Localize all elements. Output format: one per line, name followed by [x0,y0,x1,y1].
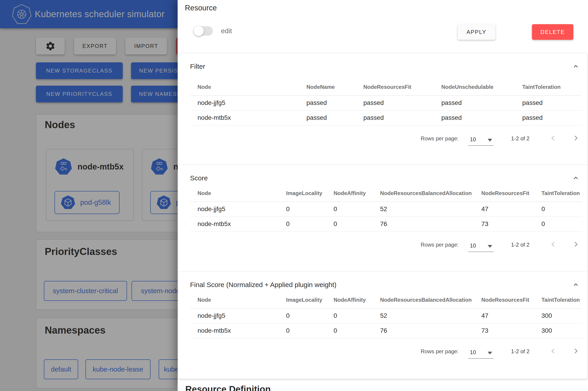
table-cell: 0 [534,216,582,231]
table-cell: 0 [326,323,373,338]
column-header: TaintToleration [534,292,582,308]
rows-per-page-select[interactable]: 10 [468,242,494,252]
collapse-section-button[interactable] [572,174,580,183]
table-cell: passed [434,110,515,125]
section-title: Score [190,174,208,182]
table-cell: 73 [474,216,534,231]
column-header: NodeName [299,79,356,95]
previous-page-button[interactable] [549,134,558,143]
delete-button[interactable]: DELETE [532,24,573,40]
pagination-range: 1-2 of 2 [511,348,529,355]
chevron-right-icon [572,240,580,249]
table-cell: 76 [373,323,474,338]
table-cell: 0 [279,323,326,338]
column-header: Node [190,292,279,308]
previous-page-button[interactable] [549,347,558,356]
table-row: node-jjfg5passedpassedpassedpassed [190,95,582,110]
table-cell: 0 [279,308,326,323]
edit-toggle-thumb [193,26,204,36]
table-cell: 73 [474,323,534,338]
section-title: Final Score (Normalized + Applied plugin… [190,281,336,289]
caret-down-icon [488,352,492,354]
rows-per-page-label: Rows per page: [421,135,459,142]
chevron-up-icon [572,174,580,182]
column-header: Node [190,79,299,95]
chevron-up-icon [572,63,580,70]
column-header: NodeUnschedulable [434,79,515,95]
next-page-button[interactable] [572,347,580,356]
table-cell: 47 [474,308,534,323]
section-filter: Filter NodeNodeNameNodeResourcesFitNodeU… [178,53,587,165]
table-cell: passed [299,95,356,110]
plugin-results-card: Filter NodeNodeNameNodeResourcesFitNodeU… [178,53,588,379]
resource-definition-title: Resource Definition [185,384,271,391]
section-final-score: Final Score (Normalized + Applied plugin… [178,271,587,379]
column-header: NodeResourcesFit [474,292,534,308]
table-cell: node-mtb5x [190,216,279,231]
table-cell: 47 [474,201,534,216]
table-row: node-mtb5xpassedpassedpassedpassed [190,110,582,125]
table-cell: passed [356,110,434,125]
table-cell: 300 [534,323,582,338]
table-cell: passed [515,110,582,125]
caret-down-icon [488,139,492,141]
resource-drawer: Resource edit APPLY DELETE Filter NodeNo… [178,0,588,391]
rows-per-page-value: 10 [470,243,476,249]
rows-per-page-label: Rows per page: [421,242,459,248]
column-header: ImageLocality [279,292,326,308]
table-cell: 0 [326,201,373,216]
chevron-left-icon [549,240,558,249]
chevron-up-icon [572,281,580,289]
collapse-section-button[interactable] [572,281,580,289]
drawer-title: Resource [185,4,217,12]
table-cell: node-jjfg5 [190,95,299,110]
collapse-section-button[interactable] [572,63,580,71]
table-cell: node-jjfg5 [190,308,279,323]
table-cell: 0 [279,216,326,231]
rows-per-page-select[interactable]: 10 [468,136,494,146]
chevron-right-icon [572,347,580,355]
rows-per-page-select[interactable]: 10 [468,349,494,359]
table-cell: 300 [534,308,582,323]
table-cell: 0 [534,201,582,216]
table-cell: 52 [373,201,474,216]
section-score: Score NodeImageLocalityNodeAffinityNodeR… [178,165,587,271]
column-header: Node [190,185,279,201]
plugin-result-table: NodeNodeNameNodeResourcesFitNodeUnschedu… [190,79,582,125]
table-row: node-mtb5x0076730 [190,216,582,231]
section-title: Filter [190,63,205,70]
column-header: NodeResourcesFit [474,185,534,201]
table-cell: passed [434,95,515,110]
table-cell: node-jjfg5 [190,201,279,216]
pagination-range: 1-2 of 2 [511,135,529,142]
table-cell: 0 [326,216,373,231]
next-page-button[interactable] [572,240,580,249]
column-header: ImageLocality [279,185,326,201]
drawer-header: Resource edit APPLY DELETE [178,0,588,53]
chevron-right-icon [572,134,580,142]
apply-button[interactable]: APPLY [458,24,495,40]
plugin-result-table: NodeImageLocalityNodeAffinityNodeResourc… [190,292,582,338]
column-header: TaintToleration [534,185,582,201]
previous-page-button[interactable] [549,240,558,249]
edit-toggle-label: edit [221,27,232,35]
edit-toggle[interactable] [193,26,213,36]
next-page-button[interactable] [572,134,580,143]
table-cell: 76 [373,216,474,231]
column-header: TaintToleration [515,79,582,95]
chevron-left-icon [549,347,558,355]
rows-per-page-value: 10 [470,349,476,356]
table-cell: node-mtb5x [190,110,299,125]
table-cell: 0 [326,308,373,323]
table-row: node-jjfg5005247300 [190,308,582,323]
pagination-range: 1-2 of 2 [511,242,529,248]
pagination: Rows per page: 10 1-2 of 2 [190,235,580,254]
table-cell: node-mtb5x [190,323,279,338]
table-row: node-mtb5x007673300 [190,323,582,338]
pagination: Rows per page: 10 1-2 of 2 [190,129,580,148]
chevron-left-icon [549,134,558,142]
table-cell: 52 [373,308,474,323]
rows-per-page-label: Rows per page: [421,348,459,355]
column-header: NodeResourcesBalancedAllocation [373,292,474,308]
table-cell: passed [515,95,582,110]
